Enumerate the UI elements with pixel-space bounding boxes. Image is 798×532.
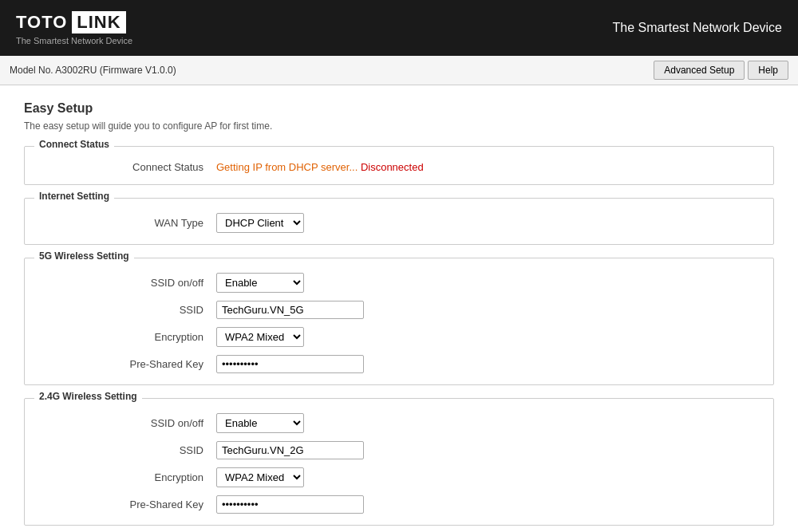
internet-setting-title: Internet Setting — [34, 191, 114, 202]
model-info: Model No. A3002RU (Firmware V1.0.0) — [10, 65, 176, 76]
logo-toto: TOTO — [16, 12, 67, 33]
status-disconnected: Disconnected — [361, 161, 424, 173]
internet-setting-section: Internet Setting WAN Type DHCP Client St… — [24, 198, 774, 245]
24g-encryption-control: WPA2 Mixed WPA2 WPA None — [216, 467, 304, 487]
5g-encryption-select[interactable]: WPA2 Mixed WPA2 WPA None — [216, 327, 304, 347]
24g-ssid-row: SSID — [41, 441, 757, 459]
connect-status-section: Connect Status Connect Status Getting IP… — [24, 146, 774, 185]
page-subtitle: The easy setup will guide you to configu… — [24, 120, 774, 132]
wireless-5g-section: 5G Wireless Setting SSID on/off Enable D… — [24, 258, 774, 385]
5g-psk-row: Pre-Shared Key — [41, 355, 757, 373]
24g-ssid-onoff-label: SSID on/off — [41, 417, 216, 429]
header-tagline: The Smartest Network Device — [612, 21, 782, 35]
wireless-24g-section: 2.4G Wireless Setting SSID on/off Enable… — [24, 398, 774, 526]
logo-box: TOTO LINK — [16, 11, 132, 33]
connect-status-row: Connect Status Getting IP from DHCP serv… — [41, 161, 757, 173]
wireless-24g-title: 2.4G Wireless Setting — [34, 391, 142, 402]
nav-buttons: Advanced Setup Help — [654, 61, 788, 80]
status-part1: Getting IP from DHCP server... — [216, 161, 358, 173]
logo-area: TOTO LINK The Smartest Network Device — [16, 11, 132, 45]
24g-encryption-label: Encryption — [41, 471, 216, 483]
advanced-setup-button[interactable]: Advanced Setup — [654, 61, 745, 80]
24g-ssid-label: SSID — [41, 444, 216, 456]
24g-encryption-select[interactable]: WPA2 Mixed WPA2 WPA None — [216, 467, 304, 487]
24g-psk-input[interactable] — [216, 495, 364, 514]
5g-ssid-row: SSID — [41, 301, 757, 319]
connect-status-label: Connect Status — [41, 161, 216, 173]
5g-ssid-onoff-control: Enable Disable — [216, 273, 304, 293]
logo-tagline: The Smartest Network Device — [16, 36, 132, 45]
5g-psk-label: Pre-Shared Key — [41, 358, 216, 370]
5g-psk-input[interactable] — [216, 355, 364, 373]
wan-type-select[interactable]: DHCP Client Static IP PPPoE — [216, 213, 304, 233]
connect-status-title: Connect Status — [34, 139, 114, 150]
wan-type-label: WAN Type — [41, 217, 216, 229]
24g-ssid-onoff-select[interactable]: Enable Disable — [216, 413, 304, 433]
5g-ssid-label: SSID — [41, 304, 216, 316]
connect-status-value: Getting IP from DHCP server... Disconnec… — [216, 161, 424, 173]
5g-psk-control — [216, 355, 364, 373]
5g-ssid-onoff-label: SSID on/off — [41, 277, 216, 289]
5g-ssid-onoff-select[interactable]: Enable Disable — [216, 273, 304, 293]
help-button[interactable]: Help — [748, 61, 788, 80]
5g-ssid-input[interactable] — [216, 301, 364, 319]
24g-ssid-control — [216, 441, 364, 459]
wan-type-row: WAN Type DHCP Client Static IP PPPoE — [41, 213, 757, 233]
content: Easy Setup The easy setup will guide you… — [0, 85, 798, 532]
5g-encryption-control: WPA2 Mixed WPA2 WPA None — [216, 327, 304, 347]
5g-ssid-control — [216, 301, 364, 319]
header: TOTO LINK The Smartest Network Device Th… — [0, 0, 798, 56]
24g-psk-row: Pre-Shared Key — [41, 495, 757, 514]
wireless-5g-title: 5G Wireless Setting — [34, 250, 134, 262]
24g-ssid-onoff-control: Enable Disable — [216, 413, 304, 433]
page-title: Easy Setup — [24, 101, 774, 116]
5g-ssid-onoff-row: SSID on/off Enable Disable — [41, 273, 757, 293]
24g-ssid-onoff-row: SSID on/off Enable Disable — [41, 413, 757, 433]
24g-psk-label: Pre-Shared Key — [41, 499, 216, 510]
24g-ssid-input[interactable] — [216, 441, 364, 459]
24g-encryption-row: Encryption WPA2 Mixed WPA2 WPA None — [41, 467, 757, 487]
5g-encryption-row: Encryption WPA2 Mixed WPA2 WPA None — [41, 327, 757, 347]
logo-link: LINK — [72, 11, 125, 33]
24g-psk-control — [216, 495, 364, 514]
wan-type-control: DHCP Client Static IP PPPoE — [216, 213, 304, 233]
navbar: Model No. A3002RU (Firmware V1.0.0) Adva… — [0, 56, 798, 85]
5g-encryption-label: Encryption — [41, 331, 216, 343]
